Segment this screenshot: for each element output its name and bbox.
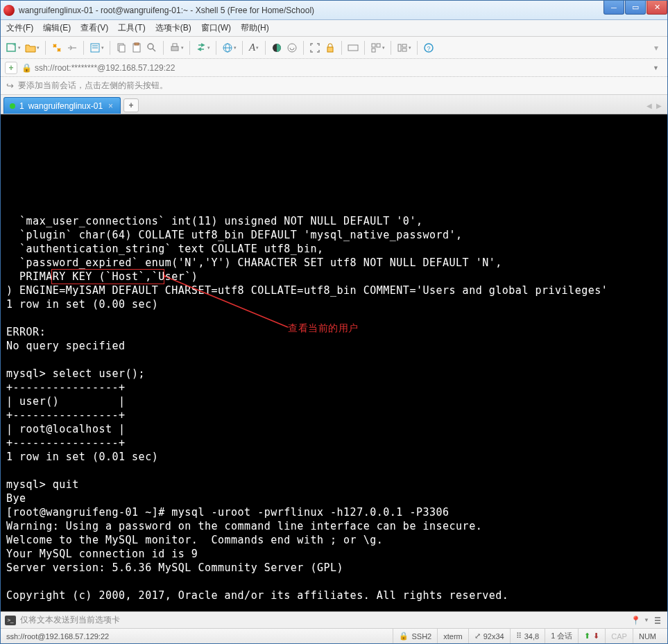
layout-icon[interactable]: ▾ bbox=[395, 40, 413, 55]
window-controls: ─ ▭ ✕ bbox=[603, 1, 667, 15]
terminal-line: ERROR: bbox=[6, 325, 662, 339]
lock-small-icon: 🔒 bbox=[22, 63, 32, 73]
status-traffic: ⬆ ⬇ bbox=[578, 629, 605, 643]
terminal-small-icon: >_ bbox=[5, 616, 16, 625]
terminal-line bbox=[6, 311, 662, 325]
script-icon[interactable] bbox=[285, 40, 299, 55]
help-icon[interactable]: ? bbox=[422, 40, 436, 55]
separator bbox=[163, 41, 164, 55]
separator bbox=[189, 41, 190, 55]
svg-point-9 bbox=[148, 44, 153, 49]
add-session-button[interactable]: + bbox=[5, 62, 17, 74]
maximize-button[interactable]: ▭ bbox=[625, 1, 646, 15]
app-window: wangruifenglinux-01 - root@wangruifeng-0… bbox=[0, 0, 668, 644]
menu-view[interactable]: 查看(V) bbox=[80, 22, 108, 34]
hamburger-icon[interactable] bbox=[652, 617, 663, 624]
input-placeholder[interactable]: 仅将文本发送到当前选项卡 bbox=[20, 614, 626, 626]
terminal-line: No query specified bbox=[6, 339, 662, 353]
tab-close-icon[interactable]: × bbox=[107, 101, 114, 111]
keyboard-icon[interactable] bbox=[346, 40, 360, 55]
separator bbox=[341, 41, 342, 55]
separator bbox=[417, 41, 418, 55]
titlebar[interactable]: wangruifenglinux-01 - root@wangruifeng-0… bbox=[1, 1, 667, 20]
disconnect-icon[interactable] bbox=[65, 40, 79, 55]
svg-rect-18 bbox=[327, 47, 333, 52]
terminal-line bbox=[6, 353, 662, 367]
terminal-line: `password_expired` enum('N','Y') CHARACT… bbox=[6, 256, 662, 270]
paste-icon[interactable] bbox=[130, 40, 144, 55]
terminal-line: mysql> select user(); bbox=[6, 367, 662, 381]
terminal-line: 1 row in set (0.00 sec) bbox=[6, 297, 662, 311]
separator bbox=[391, 41, 391, 55]
fullscreen-icon[interactable] bbox=[308, 40, 322, 55]
properties-icon[interactable]: ▾ bbox=[88, 40, 105, 55]
svg-line-10 bbox=[153, 49, 155, 51]
tile-icon[interactable]: ▾ bbox=[369, 40, 386, 55]
connected-dot-icon bbox=[10, 103, 15, 109]
transfer-icon[interactable]: ▾ bbox=[194, 40, 212, 55]
app-icon bbox=[3, 5, 15, 16]
open-folder-icon[interactable]: ▾ bbox=[24, 40, 41, 55]
terminal-line: | root@localhost | bbox=[6, 422, 662, 436]
svg-text:+: + bbox=[12, 42, 16, 48]
new-tab-button[interactable]: + bbox=[123, 98, 139, 112]
globe-icon[interactable]: ▾ bbox=[221, 40, 238, 55]
menu-tools[interactable]: 工具(T) bbox=[118, 22, 145, 34]
status-num: NUM bbox=[633, 629, 662, 643]
bookmark-arrow-icon[interactable]: ↪ bbox=[6, 80, 14, 91]
terminal-line bbox=[6, 575, 662, 589]
session-tab[interactable]: 1 wangruifenglinux-01 × bbox=[3, 97, 121, 114]
close-button[interactable]: ✕ bbox=[646, 1, 667, 15]
terminal-line: ) ENGINE=MyISAM DEFAULT CHARSET=utf8 COL… bbox=[6, 284, 662, 297]
separator bbox=[45, 41, 46, 55]
font-icon[interactable]: A▾ bbox=[247, 40, 261, 55]
terminal-line: PRIMARY KEY (`Host`,`User`) bbox=[6, 270, 662, 284]
separator bbox=[303, 41, 304, 55]
terminal[interactable]: 查看当前的用户 `max_user_connections` int(11) u… bbox=[1, 114, 667, 611]
terminal-line bbox=[6, 602, 662, 611]
tab-prev-icon[interactable]: ◀ bbox=[646, 102, 652, 110]
menu-window[interactable]: 窗口(W) bbox=[201, 22, 231, 34]
menu-edit[interactable]: 编辑(E) bbox=[43, 22, 71, 34]
separator bbox=[83, 41, 84, 55]
status-size: ⤢ 92x34 bbox=[468, 629, 510, 643]
separator bbox=[242, 41, 243, 55]
terminal-line: | user() | bbox=[6, 394, 662, 408]
menu-file[interactable]: 文件(F) bbox=[6, 22, 33, 34]
toolbar: +▾ ▾ ▾ ▾ ▾ ▾ A▾ ▾ ▾ ? ▾ bbox=[1, 37, 667, 59]
terminal-line: Server version: 5.6.36 MySQL Community S… bbox=[6, 561, 662, 575]
addressbar: + 🔒 ssh://root:********@192.168.57.129:2… bbox=[1, 59, 667, 77]
svg-rect-11 bbox=[171, 46, 178, 51]
lock-icon[interactable] bbox=[323, 40, 337, 55]
terminal-line: 1 row in set (0.01 sec) bbox=[6, 450, 662, 464]
toolbar-overflow-icon[interactable]: ▾ bbox=[649, 40, 663, 55]
down-arrow-icon: ⬇ bbox=[593, 632, 599, 641]
address-dropdown-icon[interactable]: ▼ bbox=[649, 64, 663, 71]
menu-help[interactable]: 帮助(H) bbox=[241, 22, 269, 34]
hint-text: 要添加当前会话，点击左侧的箭头按钮。 bbox=[18, 80, 168, 92]
copy-icon[interactable] bbox=[114, 40, 128, 55]
terminal-line: +----------------+ bbox=[6, 436, 662, 450]
terminal-line: Warning: Using a password on the command… bbox=[6, 519, 662, 533]
svg-point-17 bbox=[288, 44, 296, 52]
input-dropdown-icon[interactable]: ▼ bbox=[644, 617, 649, 623]
new-session-icon[interactable]: +▾ bbox=[5, 40, 22, 55]
separator bbox=[265, 41, 266, 55]
up-arrow-icon: ⬆ bbox=[584, 632, 590, 641]
print-icon[interactable]: ▾ bbox=[168, 40, 185, 55]
terminal-line: `max_user_connections` int(11) unsigned … bbox=[6, 214, 662, 228]
minimize-button[interactable]: ─ bbox=[603, 1, 624, 15]
find-icon[interactable] bbox=[145, 40, 159, 55]
menu-tabs[interactable]: 选项卡(B) bbox=[155, 22, 191, 34]
terminal-line: Copyright (c) 2000, 2017, Oracle and/or … bbox=[6, 589, 662, 602]
address-text[interactable]: ssh://root:********@192.168.57.129:22 bbox=[35, 63, 649, 73]
terminal-line: [root@wangruifeng-01 ~]# mysql -uroot -p… bbox=[6, 505, 662, 519]
svg-rect-8 bbox=[135, 43, 139, 45]
svg-rect-12 bbox=[173, 44, 177, 46]
color-scheme-icon[interactable] bbox=[270, 40, 284, 55]
reconnect-icon[interactable] bbox=[50, 40, 64, 55]
tab-next-icon[interactable]: ▶ bbox=[656, 102, 662, 110]
terminal-line: Your MySQL connection id is 9 bbox=[6, 547, 662, 561]
pin-icon[interactable]: 📍 bbox=[631, 616, 641, 625]
tab-label: wangruifenglinux-01 bbox=[28, 101, 103, 111]
